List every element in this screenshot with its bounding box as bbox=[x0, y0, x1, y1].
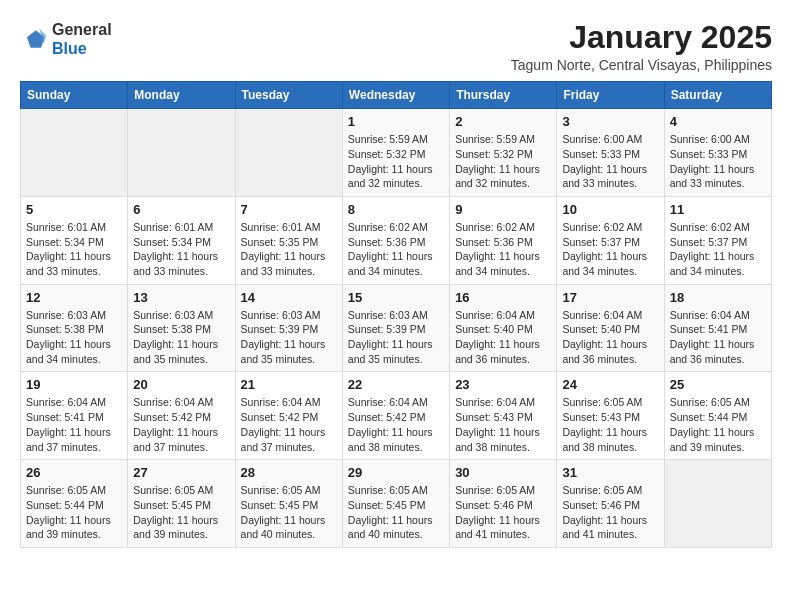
header: General Blue January 2025 Tagum Norte, C… bbox=[20, 20, 772, 73]
day-info: Sunrise: 6:05 AM Sunset: 5:44 PM Dayligh… bbox=[26, 483, 122, 542]
day-info: Sunrise: 6:01 AM Sunset: 5:34 PM Dayligh… bbox=[26, 220, 122, 279]
day-number: 30 bbox=[455, 465, 551, 480]
day-cell bbox=[664, 460, 771, 548]
day-info: Sunrise: 6:02 AM Sunset: 5:37 PM Dayligh… bbox=[562, 220, 658, 279]
day-number: 18 bbox=[670, 290, 766, 305]
day-cell: 3Sunrise: 6:00 AM Sunset: 5:33 PM Daylig… bbox=[557, 109, 664, 197]
header-monday: Monday bbox=[128, 82, 235, 109]
day-number: 21 bbox=[241, 377, 337, 392]
day-cell: 28Sunrise: 6:05 AM Sunset: 5:45 PM Dayli… bbox=[235, 460, 342, 548]
day-number: 24 bbox=[562, 377, 658, 392]
day-cell: 1Sunrise: 5:59 AM Sunset: 5:32 PM Daylig… bbox=[342, 109, 449, 197]
header-friday: Friday bbox=[557, 82, 664, 109]
day-cell bbox=[128, 109, 235, 197]
logo: General Blue bbox=[20, 20, 112, 58]
day-number: 3 bbox=[562, 114, 658, 129]
day-cell: 10Sunrise: 6:02 AM Sunset: 5:37 PM Dayli… bbox=[557, 196, 664, 284]
title-block: January 2025 Tagum Norte, Central Visaya… bbox=[511, 20, 772, 73]
day-number: 23 bbox=[455, 377, 551, 392]
day-cell: 14Sunrise: 6:03 AM Sunset: 5:39 PM Dayli… bbox=[235, 284, 342, 372]
day-cell: 31Sunrise: 6:05 AM Sunset: 5:46 PM Dayli… bbox=[557, 460, 664, 548]
day-cell bbox=[235, 109, 342, 197]
day-info: Sunrise: 6:03 AM Sunset: 5:38 PM Dayligh… bbox=[133, 308, 229, 367]
day-info: Sunrise: 6:03 AM Sunset: 5:39 PM Dayligh… bbox=[241, 308, 337, 367]
week-row-2: 5Sunrise: 6:01 AM Sunset: 5:34 PM Daylig… bbox=[21, 196, 772, 284]
header-saturday: Saturday bbox=[664, 82, 771, 109]
day-info: Sunrise: 6:04 AM Sunset: 5:42 PM Dayligh… bbox=[133, 395, 229, 454]
day-info: Sunrise: 6:05 AM Sunset: 5:45 PM Dayligh… bbox=[133, 483, 229, 542]
calendar-page: General Blue January 2025 Tagum Norte, C… bbox=[0, 0, 792, 558]
day-info: Sunrise: 6:01 AM Sunset: 5:34 PM Dayligh… bbox=[133, 220, 229, 279]
day-cell: 6Sunrise: 6:01 AM Sunset: 5:34 PM Daylig… bbox=[128, 196, 235, 284]
day-number: 8 bbox=[348, 202, 444, 217]
day-info: Sunrise: 6:04 AM Sunset: 5:43 PM Dayligh… bbox=[455, 395, 551, 454]
day-info: Sunrise: 6:02 AM Sunset: 5:36 PM Dayligh… bbox=[348, 220, 444, 279]
day-cell: 16Sunrise: 6:04 AM Sunset: 5:40 PM Dayli… bbox=[450, 284, 557, 372]
day-cell: 7Sunrise: 6:01 AM Sunset: 5:35 PM Daylig… bbox=[235, 196, 342, 284]
header-wednesday: Wednesday bbox=[342, 82, 449, 109]
week-row-4: 19Sunrise: 6:04 AM Sunset: 5:41 PM Dayli… bbox=[21, 372, 772, 460]
day-cell: 25Sunrise: 6:05 AM Sunset: 5:44 PM Dayli… bbox=[664, 372, 771, 460]
day-number: 10 bbox=[562, 202, 658, 217]
day-info: Sunrise: 6:03 AM Sunset: 5:38 PM Dayligh… bbox=[26, 308, 122, 367]
day-number: 15 bbox=[348, 290, 444, 305]
day-cell: 9Sunrise: 6:02 AM Sunset: 5:36 PM Daylig… bbox=[450, 196, 557, 284]
day-info: Sunrise: 6:05 AM Sunset: 5:45 PM Dayligh… bbox=[348, 483, 444, 542]
day-info: Sunrise: 6:00 AM Sunset: 5:33 PM Dayligh… bbox=[670, 132, 766, 191]
day-number: 19 bbox=[26, 377, 122, 392]
day-number: 26 bbox=[26, 465, 122, 480]
header-tuesday: Tuesday bbox=[235, 82, 342, 109]
header-sunday: Sunday bbox=[21, 82, 128, 109]
day-cell: 11Sunrise: 6:02 AM Sunset: 5:37 PM Dayli… bbox=[664, 196, 771, 284]
day-info: Sunrise: 6:00 AM Sunset: 5:33 PM Dayligh… bbox=[562, 132, 658, 191]
day-info: Sunrise: 6:02 AM Sunset: 5:36 PM Dayligh… bbox=[455, 220, 551, 279]
week-row-1: 1Sunrise: 5:59 AM Sunset: 5:32 PM Daylig… bbox=[21, 109, 772, 197]
day-number: 17 bbox=[562, 290, 658, 305]
day-cell: 21Sunrise: 6:04 AM Sunset: 5:42 PM Dayli… bbox=[235, 372, 342, 460]
day-number: 9 bbox=[455, 202, 551, 217]
logo-blue: Blue bbox=[52, 40, 87, 57]
day-number: 12 bbox=[26, 290, 122, 305]
logo-icon bbox=[20, 25, 48, 53]
day-number: 14 bbox=[241, 290, 337, 305]
day-info: Sunrise: 6:05 AM Sunset: 5:44 PM Dayligh… bbox=[670, 395, 766, 454]
day-number: 27 bbox=[133, 465, 229, 480]
day-number: 29 bbox=[348, 465, 444, 480]
logo-text: General Blue bbox=[52, 20, 112, 58]
day-cell: 15Sunrise: 6:03 AM Sunset: 5:39 PM Dayli… bbox=[342, 284, 449, 372]
header-row: Sunday Monday Tuesday Wednesday Thursday… bbox=[21, 82, 772, 109]
day-cell: 29Sunrise: 6:05 AM Sunset: 5:45 PM Dayli… bbox=[342, 460, 449, 548]
day-cell: 22Sunrise: 6:04 AM Sunset: 5:42 PM Dayli… bbox=[342, 372, 449, 460]
day-cell: 24Sunrise: 6:05 AM Sunset: 5:43 PM Dayli… bbox=[557, 372, 664, 460]
day-info: Sunrise: 6:04 AM Sunset: 5:40 PM Dayligh… bbox=[562, 308, 658, 367]
day-number: 31 bbox=[562, 465, 658, 480]
day-number: 25 bbox=[670, 377, 766, 392]
day-cell: 26Sunrise: 6:05 AM Sunset: 5:44 PM Dayli… bbox=[21, 460, 128, 548]
calendar-table: Sunday Monday Tuesday Wednesday Thursday… bbox=[20, 81, 772, 548]
day-info: Sunrise: 6:04 AM Sunset: 5:41 PM Dayligh… bbox=[26, 395, 122, 454]
week-row-3: 12Sunrise: 6:03 AM Sunset: 5:38 PM Dayli… bbox=[21, 284, 772, 372]
day-cell: 30Sunrise: 6:05 AM Sunset: 5:46 PM Dayli… bbox=[450, 460, 557, 548]
day-cell: 5Sunrise: 6:01 AM Sunset: 5:34 PM Daylig… bbox=[21, 196, 128, 284]
day-info: Sunrise: 6:01 AM Sunset: 5:35 PM Dayligh… bbox=[241, 220, 337, 279]
day-cell: 27Sunrise: 6:05 AM Sunset: 5:45 PM Dayli… bbox=[128, 460, 235, 548]
month-title: January 2025 bbox=[511, 20, 772, 55]
day-info: Sunrise: 6:04 AM Sunset: 5:42 PM Dayligh… bbox=[348, 395, 444, 454]
day-info: Sunrise: 6:05 AM Sunset: 5:43 PM Dayligh… bbox=[562, 395, 658, 454]
header-thursday: Thursday bbox=[450, 82, 557, 109]
location-subtitle: Tagum Norte, Central Visayas, Philippine… bbox=[511, 57, 772, 73]
day-cell: 8Sunrise: 6:02 AM Sunset: 5:36 PM Daylig… bbox=[342, 196, 449, 284]
day-cell: 12Sunrise: 6:03 AM Sunset: 5:38 PM Dayli… bbox=[21, 284, 128, 372]
day-cell: 19Sunrise: 6:04 AM Sunset: 5:41 PM Dayli… bbox=[21, 372, 128, 460]
day-cell: 2Sunrise: 5:59 AM Sunset: 5:32 PM Daylig… bbox=[450, 109, 557, 197]
day-cell: 13Sunrise: 6:03 AM Sunset: 5:38 PM Dayli… bbox=[128, 284, 235, 372]
day-cell: 4Sunrise: 6:00 AM Sunset: 5:33 PM Daylig… bbox=[664, 109, 771, 197]
day-cell bbox=[21, 109, 128, 197]
day-cell: 17Sunrise: 6:04 AM Sunset: 5:40 PM Dayli… bbox=[557, 284, 664, 372]
day-number: 2 bbox=[455, 114, 551, 129]
day-number: 22 bbox=[348, 377, 444, 392]
day-cell: 23Sunrise: 6:04 AM Sunset: 5:43 PM Dayli… bbox=[450, 372, 557, 460]
day-info: Sunrise: 6:05 AM Sunset: 5:46 PM Dayligh… bbox=[562, 483, 658, 542]
day-info: Sunrise: 6:04 AM Sunset: 5:40 PM Dayligh… bbox=[455, 308, 551, 367]
day-number: 20 bbox=[133, 377, 229, 392]
